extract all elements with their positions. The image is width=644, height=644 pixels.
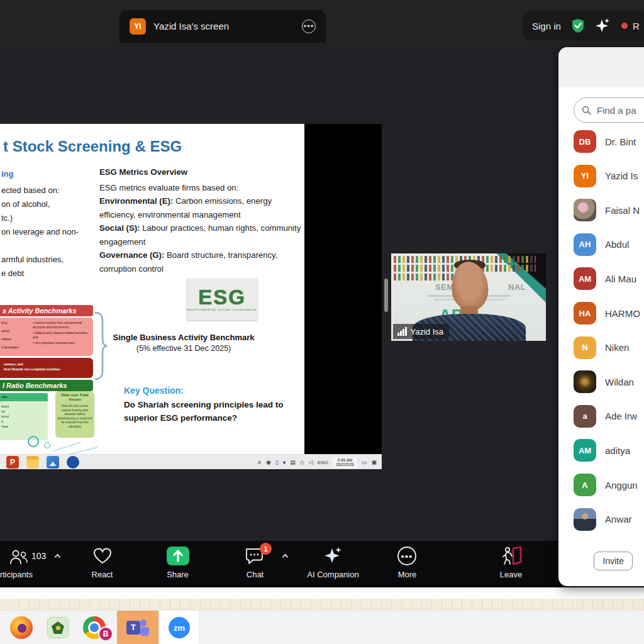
slide-decoration (28, 436, 39, 447)
participant-avatar: YI (574, 165, 596, 187)
system-tray[interactable]: ∧ ◉ ▯ ♦ ▤ ◇ ◁ ENG 9:45 AM26/2/2026 ▭ ▣ (257, 455, 377, 470)
participant-row[interactable]: Wildan (558, 368, 644, 396)
chat-button[interactable]: 1 Chat (225, 541, 285, 587)
search-icon (582, 106, 591, 115)
scrollbar-thumb[interactable] (384, 279, 388, 312)
participant-avatar: AM (574, 267, 596, 290)
react-button[interactable]: React (72, 541, 132, 587)
os-taskbar: B T zm (0, 610, 644, 644)
background-title: NAL (508, 282, 526, 292)
slide-decoration (44, 442, 50, 448)
chat-label: Chat (225, 570, 285, 579)
participant-row[interactable]: YIYazid Is (558, 162, 644, 190)
activity-left-item: king: (1, 321, 30, 325)
ratio-left-line: nd (1, 409, 48, 414)
leave-label: Leave (481, 570, 541, 579)
video-name-tag: Yazid Isa (393, 324, 449, 339)
esg-item: Environmental (E): Carbon emissions, ene… (99, 194, 303, 221)
key-question: Key Question: Do Shariah screening princ… (124, 386, 284, 425)
chevron-up-icon[interactable] (282, 554, 289, 560)
participant-avatar: AM (574, 439, 596, 462)
slide-left-line: tc.) (1, 213, 13, 223)
search-input[interactable] (596, 104, 644, 116)
participant-row[interactable]: Anwar (558, 506, 644, 533)
participant-row[interactable]: HAHARMO (558, 299, 644, 327)
more-button[interactable]: ••• More (377, 541, 437, 587)
folder-icon[interactable] (26, 456, 39, 469)
participant-row[interactable]: aAde Irw (558, 402, 644, 430)
participant-name: Yazid Isa (411, 327, 444, 336)
record-dot-icon (621, 23, 628, 29)
sparkle-icon (595, 18, 611, 34)
zoom-meeting-window: YI Yazid Isa's screen ••• Sign in R t St… (0, 0, 644, 644)
esg-logo: ESG ENVIRONMENTAL SOCIAL GOVERNANCE (187, 279, 257, 320)
esg-overview: ESG Metrics Overview ESG metrics evaluat… (99, 165, 303, 275)
ai-companion-button[interactable]: AI Companion (291, 541, 375, 587)
participant-row[interactable]: NNiken (558, 334, 644, 362)
participant-row[interactable]: AAnggun (558, 471, 644, 499)
activity-right-item: interest income from conventional accoun… (33, 321, 91, 330)
participant-avatar: A (574, 474, 596, 496)
slide-left-line: armful industries, (1, 255, 64, 264)
ratio-left-line: d (1, 419, 48, 424)
chrome-icon[interactable]: B (77, 611, 112, 644)
activity-benchmarks-box: king:rance:relatedd beverages: interest … (0, 318, 93, 356)
panel-header (558, 47, 644, 87)
participant-row[interactable]: DBDr. Bint (558, 128, 644, 155)
notification-badge: B (98, 626, 113, 641)
shared-windows-taskbar: P ∧ ◉ ▯ ♦ ▤ ◇ ◁ ENG 9:45 AM26/2/2026 ▭ ▣ (0, 454, 382, 469)
participant-name: Anggun (605, 480, 638, 491)
more-label: More (377, 570, 437, 579)
participant-row[interactable]: AMAli Mau (558, 265, 644, 292)
single-benchmark-label: Single Business Activity Benchmark (5% e… (107, 333, 260, 353)
slide-decoration (53, 441, 81, 452)
shield-check-icon (571, 18, 585, 33)
tray-clock[interactable]: 9:45 AM26/2/2026 (333, 457, 357, 468)
participant-name: Dr. Bint (605, 136, 636, 147)
leave-button[interactable]: Leave (481, 541, 541, 587)
ministry-icon[interactable] (40, 611, 75, 644)
slide-left-line: ected based on: (1, 186, 60, 195)
sign-in-button[interactable]: Sign in (532, 21, 561, 31)
chevron-up-icon[interactable] (55, 554, 61, 560)
participant-name: Abdul (605, 239, 629, 250)
participants-button[interactable]: 103 Participants (0, 541, 75, 587)
window-strip (0, 587, 644, 599)
slide-left-line: e debt (1, 269, 24, 278)
ratio-left-line: laced (1, 414, 48, 419)
participant-avatar (574, 508, 596, 531)
teams-icon[interactable]: T (117, 611, 158, 644)
participant-name: Faisal N (605, 205, 640, 216)
esg-overview-heading: ESG Metrics Overview (99, 165, 303, 179)
share-arrow-icon (167, 547, 189, 565)
participants-count: 103 (31, 551, 46, 561)
share-button[interactable]: Share (148, 541, 208, 587)
non-compliant-box: usiness; andfrom Shariah non-compliant a… (0, 358, 93, 378)
participant-name: Yazid Is (605, 170, 638, 181)
video-tile-yazid[interactable]: SEMIN NAL AP Yazid Isa (391, 253, 546, 341)
participant-row[interactable]: AMaditya (558, 436, 644, 464)
meeting-toolbar: 103 Participants React Share 1 (0, 541, 644, 587)
participant-name: Ali Mau (605, 274, 636, 284)
participant-avatar (574, 199, 596, 221)
participant-name: Wildan (605, 377, 634, 387)
letterbox (304, 124, 382, 454)
participant-name: Anwar (605, 514, 632, 525)
more-horizontal-icon[interactable]: ••• (302, 19, 316, 33)
powerpoint-icon[interactable]: P (6, 456, 19, 469)
browser-circle-icon[interactable] (67, 456, 79, 469)
search-box[interactable] (574, 97, 644, 123)
photos-icon[interactable] (47, 456, 59, 469)
react-label: React (72, 570, 132, 579)
firefox-icon[interactable] (4, 611, 39, 644)
zoom-app-icon[interactable]: zm (160, 611, 199, 644)
ai-sparkle-icon (323, 546, 343, 566)
participant-avatar: N (574, 336, 596, 359)
participant-row[interactable]: AHAbdul (558, 231, 644, 258)
participant-row[interactable]: Faisal N (558, 196, 644, 224)
invite-button[interactable]: Invite (594, 552, 633, 570)
participant-avatar (574, 370, 596, 393)
non-compliant-line: from Shariah non-compliant activities. (4, 367, 91, 372)
shared-screen-tab[interactable]: YI Yazid Isa's screen ••• (119, 10, 326, 43)
top-right-cluster: Sign in R (523, 11, 644, 40)
